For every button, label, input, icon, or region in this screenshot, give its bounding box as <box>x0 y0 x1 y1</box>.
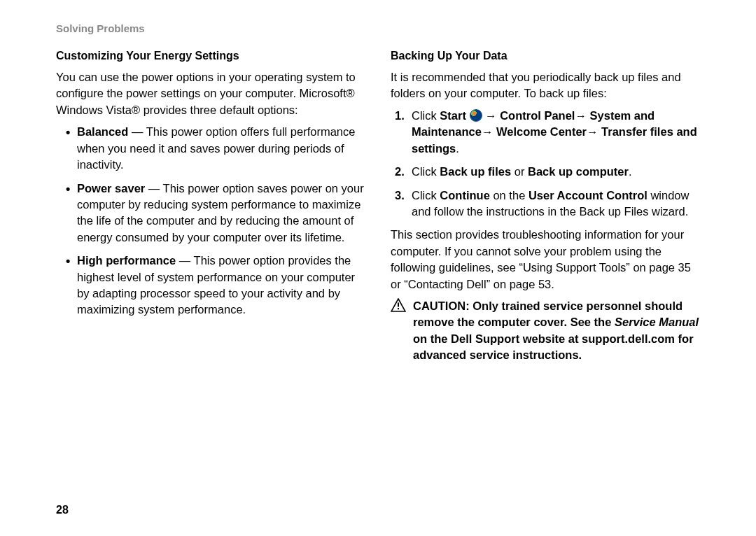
caution-text: CAUTION: Only trained service personnel … <box>413 298 700 364</box>
backup-intro: It is recommended that you periodically … <box>391 69 700 102</box>
step-text: Click <box>412 165 440 178</box>
step-text: Click <box>412 109 440 122</box>
energy-options-list: Balanced — This power option offers full… <box>56 124 365 318</box>
list-item: Power saver — This power option saves po… <box>77 181 365 246</box>
caution-part: on the Dell Support website at support.d… <box>413 332 694 361</box>
left-column: Customizing Your Energy Settings You can… <box>56 50 365 364</box>
step-bold: User Account Control <box>528 189 648 202</box>
page-number: 28 <box>56 504 69 516</box>
step-bold: Back up computer <box>528 165 629 178</box>
right-column: Backing Up Your Data It is recommended t… <box>391 50 700 364</box>
list-item: Balanced — This power option offers full… <box>77 124 365 173</box>
energy-heading: Customizing Your Energy Settings <box>56 50 365 62</box>
windows-start-icon <box>470 109 482 122</box>
step-item: Click Start → Control Panel→ System and … <box>412 108 700 157</box>
step-item: Click Continue on the User Account Contr… <box>412 188 700 220</box>
page-header: Solving Problems <box>56 22 700 34</box>
svg-rect-2 <box>398 308 399 309</box>
option-label: Balanced <box>77 125 128 138</box>
step-text: Click <box>412 189 440 202</box>
step-text: . <box>456 142 459 155</box>
step-bold: Start <box>440 109 469 122</box>
backup-steps: Click Start → Control Panel→ System and … <box>391 108 700 220</box>
step-text: . <box>629 165 632 178</box>
caution-icon <box>391 298 406 312</box>
step-text: or <box>511 165 528 178</box>
energy-intro: You can use the power options in your op… <box>56 69 365 118</box>
content-columns: Customizing Your Energy Settings You can… <box>56 50 700 364</box>
list-item: High performance — This power option pro… <box>77 253 365 318</box>
step-text: on the <box>490 189 528 202</box>
backup-heading: Backing Up Your Data <box>391 50 700 62</box>
svg-rect-1 <box>398 303 399 307</box>
option-label: Power saver <box>77 182 145 195</box>
step-bold: Back up files <box>440 165 511 178</box>
step-item: Click Back up files or Back up computer. <box>412 164 700 180</box>
caution-block: CAUTION: Only trained service personnel … <box>391 298 700 364</box>
service-manual: Service Manual <box>615 316 699 328</box>
step-bold: Continue <box>440 189 490 202</box>
option-label: High performance <box>77 254 176 267</box>
troubleshoot-text: This section provides troubleshooting in… <box>391 227 700 292</box>
